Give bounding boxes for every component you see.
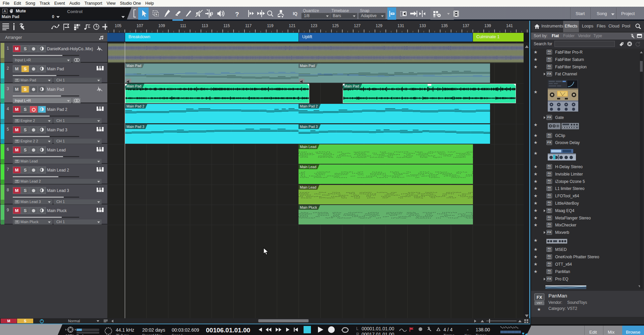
- svg-text:?: ?: [235, 11, 239, 18]
